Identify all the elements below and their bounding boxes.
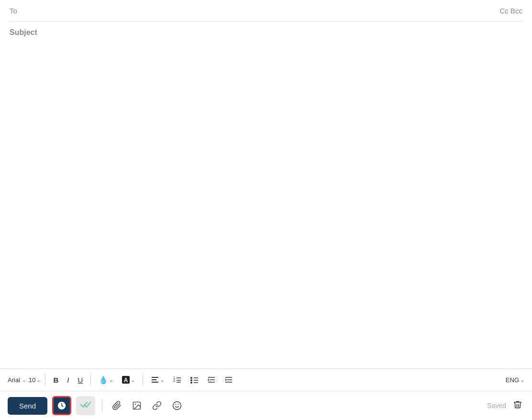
svg-point-10 [190,377,192,379]
font-chevron-icon: ⌄ [22,377,26,383]
email-compose: To Cc Bcc Arial ⌄ 10 ⌄ B I U 💧 [0,0,532,420]
insert-link-button[interactable] [149,398,165,413]
toolbar-divider-3 [143,375,143,385]
trash-icon [513,400,522,409]
saved-label: Saved [487,402,506,409]
font-name-label: Arial [8,376,20,384]
to-row: To Cc Bcc [0,0,532,21]
image-icon [132,401,142,410]
attach-file-button[interactable] [109,398,124,413]
font-color-icon: A [122,375,130,384]
svg-point-28 [173,402,181,410]
double-check-icon [80,401,91,411]
decrease-indent-button[interactable] [204,374,219,386]
numbered-list-icon: 1. 2. [173,375,181,384]
svg-text:2.: 2. [173,379,176,382]
schedule-send-button[interactable] [52,396,71,415]
action-divider [102,399,102,412]
bold-button[interactable]: B [50,375,61,386]
emoji-icon [172,401,182,410]
font-highlight-button[interactable]: A ⌄ [119,374,138,386]
water-drop-icon: 💧 [99,375,108,385]
font-size-selector[interactable]: 10 ⌄ [29,376,40,384]
increase-indent-icon [224,375,233,384]
delete-button[interactable] [511,398,524,414]
action-bar: Send [0,391,532,420]
to-input[interactable] [17,7,500,15]
double-check-button[interactable] [76,396,95,415]
decrease-indent-icon [207,375,216,384]
language-selector[interactable]: ENG ⌄ [506,376,524,384]
text-color-chevron-icon: ⌄ [109,377,113,383]
align-icon [151,375,159,384]
text-color-button[interactable]: 💧 ⌄ [96,374,116,386]
align-button[interactable]: ⌄ [148,374,167,386]
to-label: To [10,7,17,15]
bullet-list-button[interactable] [187,374,201,386]
svg-point-12 [190,382,192,384]
formatting-toolbar: Arial ⌄ 10 ⌄ B I U 💧 ⌄ A ⌄ [0,368,532,391]
subject-input[interactable] [10,28,522,37]
lang-chevron-icon: ⌄ [521,377,524,383]
font-size-chevron-icon: ⌄ [36,377,40,383]
svg-point-11 [190,379,192,381]
align-chevron-icon: ⌄ [160,377,164,383]
double-checkmark-icon [80,401,91,409]
insert-image-button[interactable] [129,398,144,413]
font-size-label: 10 [29,376,35,384]
toolbar-divider-2 [90,375,91,385]
font-selector[interactable]: Arial ⌄ [8,376,26,384]
lang-label: ENG [506,376,519,384]
send-button[interactable]: Send [8,397,47,415]
underline-button[interactable]: U [75,375,86,386]
subject-row [0,22,532,45]
font-highlight-chevron-icon: ⌄ [131,377,135,383]
link-icon [152,401,162,410]
increase-indent-button[interactable] [222,374,236,386]
body-textarea[interactable] [10,49,522,363]
clock-icon [57,401,66,410]
svg-text:A: A [124,377,128,384]
insert-emoji-button[interactable] [169,398,185,413]
svg-point-27 [135,404,136,405]
numbered-list-button[interactable]: 1. 2. [170,374,184,386]
italic-button[interactable]: I [64,375,72,386]
bullet-list-icon [190,375,199,384]
paperclip-icon [112,401,122,410]
toolbar-divider-1 [45,375,45,385]
cc-bcc-label[interactable]: Cc Bcc [499,7,522,15]
body-area [0,45,532,368]
